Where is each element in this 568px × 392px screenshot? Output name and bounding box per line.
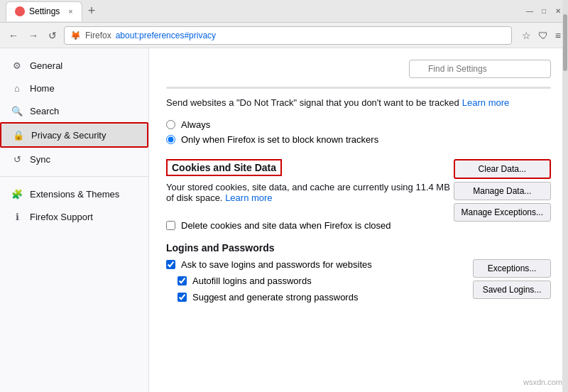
radio-only[interactable]: Only when Firefox is set to block known … [166,134,551,145]
sidebar-item-search[interactable]: 🔍 Search [0,99,148,122]
search-icon: 🔍 [11,105,23,116]
save-logins-input[interactable] [166,260,175,269]
cookies-section: Cookies and Site Data Clear Data... Mana… [166,159,551,231]
privacy-icon: 🔒 [13,129,24,141]
sidebar-item-sync[interactable]: ↺ Sync [0,148,148,170]
sidebar-label-support: Firefox Support [30,212,93,222]
radio-always-input[interactable] [166,120,175,129]
delete-cookies-input[interactable] [166,221,175,230]
clear-data-button[interactable]: Clear Data... [454,159,551,179]
sidebar-divider [0,176,148,177]
general-icon: ⚙ [11,60,23,71]
tracking-radio-group: Always Only when Firefox is set to block… [166,119,551,145]
tracking-desc-row: Send websites a "Do Not Track" signal th… [166,97,551,114]
suggest-input[interactable] [178,293,187,302]
manage-data-button[interactable]: Manage Data... [454,182,551,200]
sidebar-item-privacy[interactable]: 🔒 Privacy & Security [0,122,148,148]
tab-close-button[interactable]: × [68,7,72,16]
close-button[interactable]: ✕ [554,7,562,16]
logins-section-title: Logins and Passwords [166,242,551,254]
scroll-indicator [166,87,551,89]
tab-title: Settings [29,6,60,16]
cookies-title-box: Cookies and Site Data [166,159,282,176]
sidebar-label-general: General [30,60,62,71]
find-wrapper: 🔍 [409,60,551,78]
support-icon: ℹ [11,211,23,222]
sidebar-item-home[interactable]: ⌂ Home [0,77,148,99]
window-controls: — □ ✕ [525,7,562,16]
menu-button[interactable]: ≡ [554,28,562,43]
exceptions-button[interactable]: Exceptions... [473,259,551,278]
radio-always-label: Always [181,119,210,130]
sidebar-item-extensions[interactable]: 🧩 Extensions & Themes [0,183,148,205]
tracking-learn-more[interactable]: Learn more [462,97,509,108]
shield-button[interactable]: 🛡 [537,28,550,43]
extensions-icon: 🧩 [11,188,23,200]
tab-favicon [15,6,25,16]
save-logins-label: Ask to save logins and passwords for web… [181,259,372,270]
tracking-section: Send websites a "Do Not Track" signal th… [166,97,551,145]
back-button[interactable]: ← [6,28,21,43]
firefox-label: Firefox [85,31,111,40]
scrollbar-thumb[interactable] [563,48,567,71]
nav-icons: ☆ 🛡 ≡ [520,28,562,43]
suggest-label: Suggest and generate strong passwords [192,292,358,303]
delete-cookies-checkbox[interactable]: Delete cookies and site data when Firefo… [166,220,551,231]
refresh-button[interactable]: ↺ [45,28,60,43]
find-input[interactable] [409,60,551,78]
restore-button[interactable]: □ [540,7,548,16]
saved-logins-button[interactable]: Saved Logins... [473,281,551,299]
bookmark-button[interactable]: ☆ [520,28,532,43]
browser-tab[interactable]: Settings × [6,1,82,21]
sidebar-item-support[interactable]: ℹ Firefox Support [0,205,148,228]
content-area: ⚙ General ⌂ Home 🔍 Search 🔒 Privacy & Se… [0,48,568,392]
scrollbar[interactable] [562,48,568,392]
sidebar-item-general[interactable]: ⚙ General [0,54,148,77]
forward-button[interactable]: → [26,28,41,43]
cookies-learn-more[interactable]: Learn more [225,192,272,203]
delete-cookies-label: Delete cookies and site data when Firefo… [181,220,391,231]
title-bar: Settings × + — □ ✕ [0,0,568,23]
radio-only-input[interactable] [166,135,175,144]
sidebar-label-search: Search [30,106,59,116]
autofill-label: Autofill logins and passwords [192,276,312,286]
radio-only-label: Only when Firefox is set to block known … [181,134,378,145]
cookies-description: Your stored cookies, site data, and cach… [166,182,450,203]
sidebar-label-privacy: Privacy & Security [31,130,106,141]
manage-exceptions-button[interactable]: Manage Exceptions... [454,203,551,222]
sidebar: ⚙ General ⌂ Home 🔍 Search 🔒 Privacy & Se… [0,48,149,392]
logins-btn-group: Exceptions... Saved Logins... [473,259,551,299]
new-tab-button[interactable]: + [82,4,102,18]
cookies-section-title: Cookies and Site Data [172,162,276,173]
logins-section: Logins and Passwords Exceptions... Saved… [166,242,551,303]
radio-always[interactable]: Always [166,119,551,130]
sidebar-label-extensions: Extensions & Themes [30,189,119,200]
sidebar-label-sync: Sync [30,154,50,165]
find-bar: 🔍 [166,60,551,78]
address-bar[interactable]: 🦊 Firefox about:preferences#privacy [64,26,512,45]
tracking-description: Send websites a "Do Not Track" signal th… [166,97,459,108]
home-icon: ⌂ [11,82,23,94]
sync-icon: ↺ [11,153,23,165]
cookies-btn-group: Clear Data... Manage Data... Manage Exce… [454,159,551,222]
settings-content: 🔍 Send websites a "Do Not Track" signal … [149,48,568,392]
watermark: wsxdn.com [523,378,562,386]
nav-bar: ← → ↺ 🦊 Firefox about:preferences#privac… [0,23,568,48]
cookies-desc-block: Your stored cookies, site data, and cach… [166,182,450,203]
minimize-button[interactable]: — [525,7,534,16]
autofill-input[interactable] [178,276,187,285]
address-url: about:preferences#privacy [116,31,506,40]
sidebar-label-home: Home [30,83,55,94]
